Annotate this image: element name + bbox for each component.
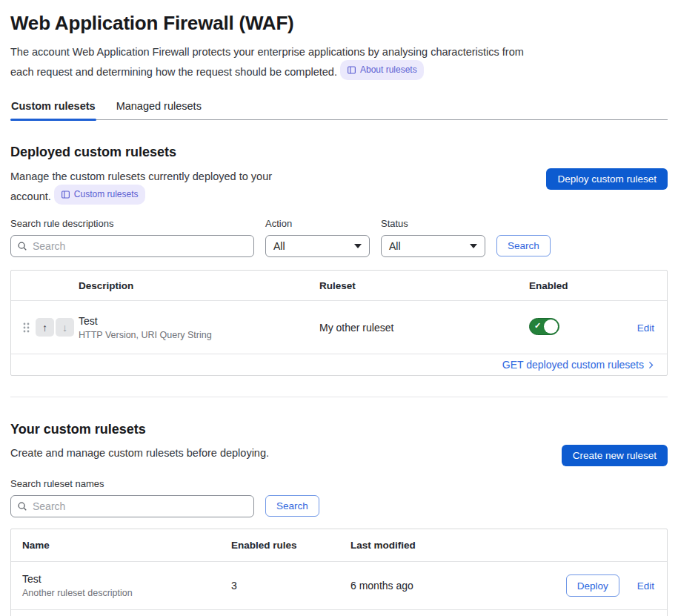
custom-rulesets-badge[interactable]: Custom rulesets — [54, 185, 145, 205]
column-enabled-rules: Enabled rules — [231, 540, 350, 551]
search-rule-descriptions-label: Search rule descriptions — [10, 218, 254, 229]
drag-handle[interactable] — [22, 321, 30, 334]
move-up-button[interactable]: ↑ — [36, 318, 54, 337]
page: Web Application Firewall (WAF) The accou… — [0, 12, 678, 616]
about-rulesets-label: About rulesets — [360, 62, 417, 78]
section-divider — [10, 397, 668, 397]
deployed-rulesets-table: Description Ruleset Enabled ↑ ↓ Test HT — [10, 270, 668, 376]
search-ruleset-names-label: Search ruleset names — [10, 478, 254, 489]
about-rulesets-badge[interactable]: About rulesets — [340, 60, 424, 80]
rule-description: Test — [79, 315, 319, 327]
custom-rulesets-badge-label: Custom rulesets — [74, 186, 139, 202]
ruleset-enabled-rules: 3 — [231, 580, 350, 592]
your-rulesets-table: Name Enabled rules Last modified Test An… — [10, 529, 668, 616]
edit-link[interactable]: Edit — [637, 580, 654, 592]
rule-descriptions-search-input[interactable] — [10, 235, 254, 257]
rule-ruleset: My other ruleset — [319, 322, 529, 334]
tab-managed-rulesets[interactable]: Managed rulesets — [116, 100, 202, 119]
tab-bar: Custom rulesets Managed rulesets — [10, 100, 668, 120]
column-enabled: Enabled — [529, 280, 623, 291]
your-rulesets-section: Your custom rulesets Create and manage c… — [10, 422, 668, 466]
column-description: Description — [79, 280, 319, 291]
enabled-toggle[interactable]: ✓ — [529, 318, 559, 335]
ruleset-name: Test — [22, 573, 231, 585]
column-last-modified: Last modified — [350, 540, 517, 551]
toggle-knob — [544, 319, 558, 334]
intro-text: The account Web Application Firewall pro… — [10, 46, 524, 78]
column-name: Name — [11, 540, 231, 551]
edit-link[interactable]: Edit — [637, 322, 654, 334]
your-rulesets-filters: Search ruleset names Search — [10, 478, 668, 517]
rulesets-search-button[interactable]: Search — [265, 495, 319, 517]
rules-search-button[interactable]: Search — [496, 235, 551, 256]
table-header: Name Enabled rules Last modified — [11, 529, 667, 562]
book-icon — [347, 65, 356, 75]
check-icon: ✓ — [534, 321, 541, 331]
status-select-value: All — [389, 240, 401, 252]
table-row: Test Another ruleset description 3 6 mon… — [11, 562, 667, 609]
move-down-button[interactable]: ↓ — [56, 318, 74, 337]
page-intro: The account Web Application Firewall pro… — [10, 44, 533, 80]
arrow-up-icon: ↑ — [42, 322, 47, 334]
ruleset-name-sub: Another ruleset description — [22, 588, 231, 598]
chevron-right-icon — [647, 361, 655, 369]
table-row: ↑ ↓ Test HTTP Version, URI Query String … — [11, 301, 667, 354]
create-new-ruleset-button[interactable]: Create new ruleset — [562, 445, 668, 466]
rule-description-sub: HTTP Version, URI Query String — [79, 330, 319, 340]
page-title: Web Application Firewall (WAF) — [10, 12, 668, 35]
your-rulesets-description: Create and manage custom rulesets before… — [10, 445, 269, 461]
chevron-down-icon — [470, 244, 477, 248]
deploy-button[interactable]: Deploy — [566, 574, 619, 597]
chevron-down-icon — [354, 244, 362, 248]
table-footer: GET created custom rulesets — [11, 609, 667, 616]
get-deployed-custom-rulesets-link[interactable]: GET deployed custom rulesets — [502, 359, 655, 371]
status-select[interactable]: All — [381, 235, 485, 257]
tab-custom-rulesets[interactable]: Custom rulesets — [10, 100, 96, 119]
drag-dots-icon — [22, 321, 30, 334]
status-label: Status — [381, 218, 485, 229]
deployed-section-description: Manage the custom rulesets currently dep… — [10, 168, 296, 205]
deployed-section-title: Deployed custom rulesets — [10, 145, 668, 160]
action-label: Action — [265, 218, 370, 229]
deployed-filters: Search rule descriptions Action All Stat… — [10, 218, 668, 257]
action-select[interactable]: All — [265, 235, 370, 257]
action-select-value: All — [273, 240, 285, 252]
book-icon — [61, 190, 70, 199]
ruleset-names-search-input[interactable] — [10, 495, 254, 517]
your-rulesets-title: Your custom rulesets — [10, 422, 668, 437]
get-deployed-link-label: GET deployed custom rulesets — [502, 359, 644, 371]
deployed-section: Deployed custom rulesets Manage the cust… — [10, 145, 668, 205]
table-footer: GET deployed custom rulesets — [11, 354, 667, 375]
deploy-custom-ruleset-button[interactable]: Deploy custom ruleset — [546, 168, 668, 190]
arrow-down-icon: ↓ — [62, 322, 67, 334]
search-icon — [17, 501, 27, 511]
ruleset-last-modified: 6 months ago — [350, 580, 517, 592]
search-icon — [17, 241, 27, 251]
table-header: Description Ruleset Enabled — [11, 271, 667, 301]
column-ruleset: Ruleset — [319, 280, 529, 291]
